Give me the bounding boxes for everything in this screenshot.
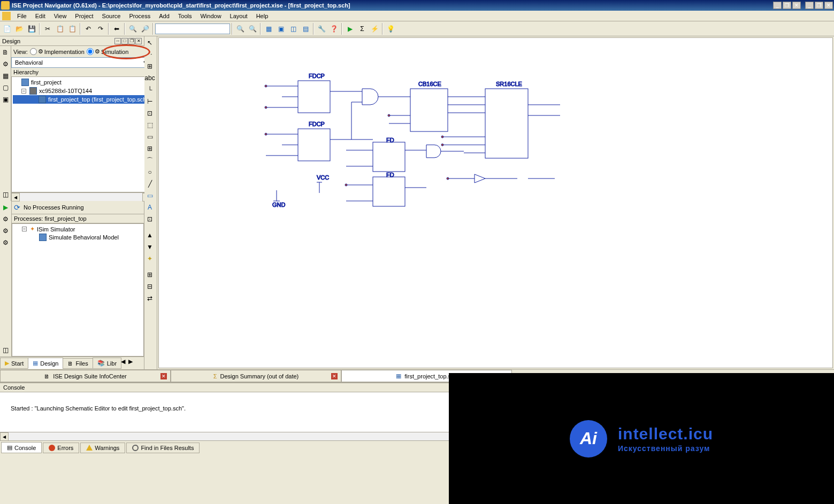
tabs-scroll-right[interactable]: ▶ bbox=[128, 358, 136, 369]
arc-tool[interactable]: ⌒ bbox=[144, 155, 155, 166]
tool-3[interactable]: ⊞ bbox=[144, 61, 155, 72]
tab-find-results[interactable]: Find in Files Results bbox=[126, 443, 200, 453]
tree-simulate-behavioral[interactable]: Simulate Behavioral Model bbox=[13, 233, 142, 242]
side-btn-3[interactable]: ▦ bbox=[0, 71, 11, 81]
hierarchy-tree[interactable]: first_project − xc95288xl-10TQ144 first_… bbox=[11, 76, 151, 192]
doc-close-button[interactable]: ✕ bbox=[824, 2, 833, 9]
tree-hscroll[interactable]: ◀ ▶ bbox=[11, 192, 151, 201]
proc-btn-2[interactable]: ⚙ bbox=[0, 214, 11, 224]
tool-17[interactable]: ▲ bbox=[144, 230, 155, 241]
implementation-radio-input[interactable] bbox=[30, 48, 37, 55]
tool-10[interactable]: ⊞ bbox=[144, 143, 155, 154]
tab-design[interactable]: ▦ Design bbox=[28, 358, 63, 369]
tree-project[interactable]: first_project bbox=[13, 78, 149, 87]
tree-isim[interactable]: − ✦ ISim Simulator bbox=[13, 225, 142, 233]
tab-close-button[interactable]: ✕ bbox=[331, 373, 338, 379]
panel-dock-button[interactable]: ↔ bbox=[114, 38, 121, 44]
side-btn-5[interactable]: ▣ bbox=[0, 94, 11, 105]
cut-button[interactable]: ✂ bbox=[42, 23, 53, 35]
tab-summary[interactable]: Σ Design Summary (out of date) ✕ bbox=[171, 370, 341, 382]
tool-7[interactable]: ⊡ bbox=[144, 108, 155, 119]
implementation-radio[interactable]: ⚙ Implementation bbox=[30, 48, 85, 55]
panel-max-button[interactable]: ❐ bbox=[128, 38, 135, 44]
minimize-button[interactable]: _ bbox=[773, 2, 782, 9]
lightbulb-button[interactable]: 💡 bbox=[385, 23, 396, 35]
menu-process[interactable]: Process bbox=[125, 12, 155, 20]
find-button[interactable]: 🔍 bbox=[127, 23, 139, 35]
stop-button[interactable]: ⚡ bbox=[369, 23, 380, 35]
tabs-scroll-left[interactable]: ◀ bbox=[121, 358, 128, 369]
tab-libraries[interactable]: 📚 Libr bbox=[93, 358, 121, 369]
rect-tool[interactable]: ▭ bbox=[144, 190, 155, 201]
processes-tree[interactable]: − ✦ ISim Simulator Simulate Behavioral M… bbox=[12, 223, 144, 356]
doc-minimize-button[interactable]: _ bbox=[805, 2, 814, 9]
tool-16[interactable]: ⊡ bbox=[144, 214, 155, 224]
tab-warnings[interactable]: Warnings bbox=[80, 443, 125, 453]
tool-4[interactable]: abc bbox=[144, 73, 155, 83]
window-tile-button[interactable]: ▦ bbox=[263, 23, 274, 35]
settings-button[interactable]: 🔧 bbox=[316, 23, 327, 35]
doc-restore-button[interactable]: ❐ bbox=[815, 2, 823, 9]
undo-button[interactable]: ↶ bbox=[82, 23, 94, 35]
side-btn-2[interactable]: ⚙ bbox=[0, 59, 11, 69]
tab-errors[interactable]: Errors bbox=[43, 443, 79, 453]
line-tool[interactable]: ╱ bbox=[144, 179, 155, 189]
tab-infocenter[interactable]: 🗎 ISE Design Suite InfoCenter ✕ bbox=[0, 370, 171, 382]
tree-top-module[interactable]: first_project_top (first_project_top.sch… bbox=[13, 95, 149, 104]
simulation-radio-input[interactable] bbox=[87, 48, 94, 55]
menu-help[interactable]: Help bbox=[252, 12, 273, 20]
text-tool[interactable]: A bbox=[144, 202, 155, 213]
side-btn-1[interactable]: 🗎 bbox=[0, 47, 11, 58]
menu-layout[interactable]: Layout bbox=[226, 12, 252, 20]
menu-add[interactable]: Add bbox=[155, 12, 174, 20]
tree-device[interactable]: − xc95288xl-10TQ144 bbox=[13, 87, 149, 95]
paste-button[interactable]: 📋 bbox=[66, 23, 78, 35]
panel-float-button[interactable]: □ bbox=[121, 38, 128, 44]
window-arrange-button[interactable]: ▤ bbox=[300, 23, 311, 35]
search-input[interactable] bbox=[155, 24, 230, 34]
side-btn-4[interactable]: ▢ bbox=[0, 82, 11, 93]
tool-18[interactable]: ▼ bbox=[144, 242, 155, 252]
simulation-radio[interactable]: ⚙ Simulation bbox=[87, 48, 128, 55]
open-button[interactable]: 📂 bbox=[13, 23, 25, 35]
window-split-button[interactable]: ◫ bbox=[287, 23, 299, 35]
close-button[interactable]: ✕ bbox=[792, 2, 801, 9]
save-button[interactable]: 💾 bbox=[26, 23, 37, 35]
tab-start[interactable]: ▶ Start bbox=[0, 358, 28, 369]
tool-21[interactable]: ⊟ bbox=[144, 281, 155, 292]
redo-button[interactable]: ↷ bbox=[95, 23, 106, 35]
restore-button[interactable]: ❐ bbox=[783, 2, 791, 9]
menu-file[interactable]: File bbox=[13, 12, 31, 20]
tab-console[interactable]: ▤ Console bbox=[1, 442, 42, 453]
scroll-left-button[interactable]: ◀ bbox=[0, 432, 9, 441]
side-btn-6[interactable]: ◫ bbox=[0, 189, 11, 200]
new-button[interactable]: 📄 bbox=[1, 23, 13, 35]
proc-btn-5[interactable]: ◫ bbox=[0, 345, 11, 355]
wire-tool[interactable]: └ bbox=[144, 84, 155, 95]
tool-19[interactable]: ✦ bbox=[144, 253, 155, 264]
menu-source[interactable]: Source bbox=[98, 12, 125, 20]
tool-22[interactable]: ⇄ bbox=[144, 293, 155, 304]
circle-tool[interactable]: ○ bbox=[144, 167, 155, 177]
help-button[interactable]: ❓ bbox=[328, 23, 340, 35]
menu-edit[interactable]: Edit bbox=[31, 12, 50, 20]
menu-view[interactable]: View bbox=[50, 12, 71, 20]
proc-btn-3[interactable]: ⚙ bbox=[0, 226, 11, 236]
tool-20[interactable]: ⊞ bbox=[144, 269, 155, 280]
zoom-in-button[interactable]: 🔍 bbox=[234, 23, 246, 35]
proc-run-button[interactable]: ▶ bbox=[0, 202, 11, 213]
run-button[interactable]: ▶ bbox=[344, 23, 356, 35]
menu-window[interactable]: Window bbox=[196, 12, 225, 20]
tool-8[interactable]: ⬚ bbox=[144, 120, 155, 130]
panel-close-button[interactable]: ✕ bbox=[135, 38, 142, 44]
tool-6[interactable]: ⊢ bbox=[144, 96, 155, 107]
find-next-button[interactable]: 🔎 bbox=[139, 23, 151, 35]
schematic-canvas[interactable]: FDCP FDCP bbox=[158, 37, 833, 368]
scroll-left-button[interactable]: ◀ bbox=[11, 193, 20, 201]
window-cascade-button[interactable]: ▣ bbox=[275, 23, 287, 35]
proc-btn-4[interactable]: ⚙ bbox=[0, 237, 11, 248]
sigma-button[interactable]: Σ bbox=[356, 23, 368, 35]
behavioral-combo[interactable]: Behavioral bbox=[11, 57, 151, 68]
collapse-icon[interactable]: − bbox=[22, 227, 27, 231]
menu-project[interactable]: Project bbox=[71, 12, 97, 20]
